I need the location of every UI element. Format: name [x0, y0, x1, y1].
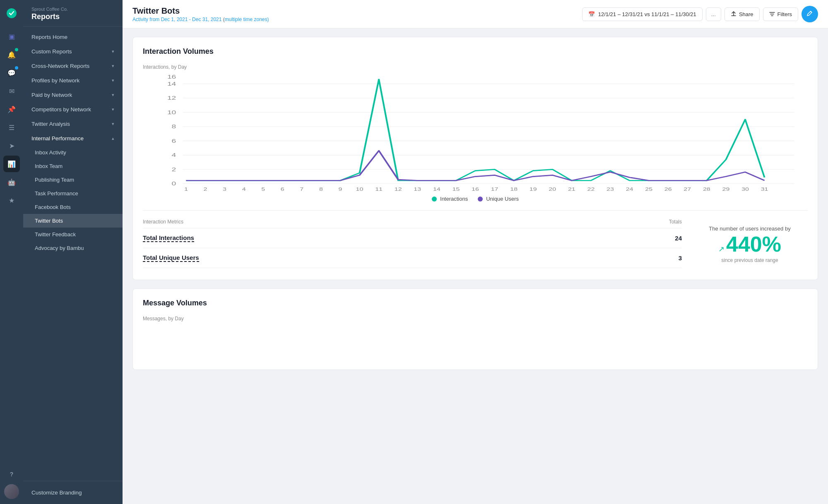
unique-users-dot — [478, 197, 483, 202]
svg-text:26: 26 — [664, 187, 672, 191]
folder-icon-btn[interactable]: ▣ — [3, 28, 20, 45]
svg-text:19: 19 — [530, 187, 537, 191]
svg-text:13: 13 — [414, 187, 421, 191]
svg-text:25: 25 — [645, 187, 652, 191]
chat-icon-btn[interactable]: 💬 — [3, 65, 20, 81]
customize-branding-link[interactable]: Customize Branding — [31, 486, 114, 499]
bot-icon-btn[interactable]: 🤖 — [3, 174, 20, 190]
sidebar-title: Reports — [31, 12, 114, 21]
legend-unique-users: Unique Users — [478, 196, 519, 202]
svg-text:17: 17 — [491, 187, 498, 191]
sidebar-item-competitors-network[interactable]: Competitors by Network ▾ — [23, 102, 123, 117]
svg-text:27: 27 — [684, 187, 691, 191]
sidebar-sub-inbox-activity[interactable]: Inbox Activity — [23, 146, 123, 159]
svg-text:16: 16 — [167, 75, 176, 79]
svg-text:6: 6 — [281, 187, 284, 191]
sidebar-bottom: Customize Branding — [23, 481, 123, 504]
question-icon-btn[interactable]: ? — [3, 466, 20, 482]
send-icon-btn[interactable]: ➤ — [3, 137, 20, 154]
star-icon-btn[interactable]: ★ — [3, 192, 20, 209]
filters-button[interactable]: Filters — [763, 7, 798, 21]
svg-text:30: 30 — [741, 187, 749, 191]
more-button[interactable]: ... — [706, 7, 721, 21]
chevron-down-icon: ▾ — [112, 49, 114, 54]
page-subtitle: Activity from Dec 1, 2021 - Dec 31, 2021… — [132, 17, 269, 22]
chevron-down-icon: ▾ — [112, 92, 114, 98]
icon-bar: ▣ 🔔 💬 ✉ 📌 ☰ ➤ 📊 🤖 ★ — [0, 0, 23, 504]
sidebar-sub-twitter-feedback[interactable]: Twitter Feedback — [23, 228, 123, 241]
main: Twitter Bots Activity from Dec 1, 2021 -… — [123, 0, 828, 504]
icon-bar-top: ▣ 🔔 💬 ✉ 📌 ☰ ➤ 📊 🤖 ★ — [3, 28, 20, 464]
interaction-chart: 0 2 4 6 8 10 12 14 16 1 2 3 4 5 6 — [143, 75, 808, 191]
svg-text:12: 12 — [167, 95, 176, 101]
svg-text:28: 28 — [703, 187, 710, 191]
sidebar-sub-task-performance[interactable]: Task Performance — [23, 187, 123, 200]
svg-text:2: 2 — [172, 166, 176, 172]
svg-text:18: 18 — [510, 187, 518, 191]
svg-text:9: 9 — [339, 187, 342, 191]
chevron-down-icon: ▾ — [112, 78, 114, 83]
date-range-button[interactable]: 📅 12/1/21 – 12/31/21 vs 11/1/21 – 11/30/… — [582, 7, 703, 21]
svg-text:10: 10 — [167, 109, 176, 115]
chevron-down-icon: ▾ — [112, 121, 114, 127]
metrics-section: Interaction Metrics Totals Total Interac… — [143, 210, 808, 270]
sidebar-sub-advocacy-bambu[interactable]: Advocacy by Bambu — [23, 241, 123, 255]
sidebar-item-custom-reports[interactable]: Custom Reports ▾ — [23, 44, 123, 59]
sidebar-sub-publishing-team[interactable]: Publishing Team — [23, 173, 123, 187]
svg-text:23: 23 — [607, 187, 614, 191]
interaction-volumes-title: Interaction Volumes — [143, 47, 808, 56]
calendar-icon: 📅 — [588, 11, 595, 17]
pin-icon-btn[interactable]: 📌 — [3, 101, 20, 118]
sidebar-item-twitter-analysis[interactable]: Twitter Analysis ▾ — [23, 117, 123, 131]
svg-text:22: 22 — [587, 187, 595, 191]
compose-icon — [806, 11, 813, 17]
metric-row-unique-users: Total Unique Users 3 — [143, 248, 682, 268]
svg-text:4: 4 — [242, 187, 246, 191]
svg-text:29: 29 — [722, 187, 730, 191]
metrics-table: Interaction Metrics Totals Total Interac… — [143, 219, 682, 270]
sidebar-sub-facebook-bots[interactable]: Facebook Bots — [23, 200, 123, 214]
svg-text:8: 8 — [319, 187, 323, 191]
bell-icon-btn[interactable]: 🔔 — [3, 46, 20, 63]
topbar: Twitter Bots Activity from Dec 1, 2021 -… — [123, 0, 828, 29]
sidebar-sub-twitter-bots[interactable]: Twitter Bots — [23, 214, 123, 228]
compose-button[interactable] — [802, 6, 818, 22]
page-title: Twitter Bots — [132, 6, 269, 16]
arrow-up-icon: ↗ — [718, 245, 724, 254]
inbox-icon-btn[interactable]: ✉ — [3, 83, 20, 99]
sidebar-header: Sprout Coffee Co. Reports — [23, 0, 123, 26]
filters-icon — [769, 11, 775, 17]
chart-legend: Interactions Unique Users — [143, 196, 808, 202]
chart-icon-btn[interactable]: 📊 — [3, 156, 20, 172]
user-avatar[interactable] — [4, 484, 19, 499]
sidebar-sub-inbox-team[interactable]: Inbox Team — [23, 159, 123, 173]
svg-text:5: 5 — [261, 187, 265, 191]
interaction-volumes-card: Interaction Volumes Interactions, by Day — [132, 37, 818, 280]
legend-interactions: Interactions — [432, 196, 468, 202]
page-title-area: Twitter Bots Activity from Dec 1, 2021 -… — [132, 6, 269, 22]
sidebar-item-reports-home[interactable]: Reports Home — [23, 30, 123, 44]
icon-bar-bottom: ? — [3, 466, 20, 499]
sidebar: Sprout Coffee Co. Reports Reports Home C… — [23, 0, 123, 504]
list-icon-btn[interactable]: ☰ — [3, 119, 20, 136]
interaction-chart-svg: 0 2 4 6 8 10 12 14 16 1 2 3 4 5 6 — [143, 75, 808, 191]
svg-text:16: 16 — [472, 187, 479, 191]
sidebar-item-cross-network[interactable]: Cross-Network Reports ▾ — [23, 59, 123, 73]
svg-text:8: 8 — [172, 123, 176, 129]
sidebar-item-profiles-network[interactable]: Profiles by Network ▾ — [23, 73, 123, 88]
message-chart-placeholder — [143, 326, 808, 360]
metrics-insight: The number of users increased by ↗ 440% … — [692, 219, 808, 270]
logo-area — [3, 5, 20, 22]
svg-text:6: 6 — [172, 138, 176, 144]
share-button[interactable]: Share — [724, 7, 760, 21]
svg-text:2: 2 — [203, 187, 207, 191]
chevron-up-icon: ▴ — [112, 136, 114, 141]
sidebar-item-paid-network[interactable]: Paid by Network ▾ — [23, 88, 123, 102]
topbar-actions: 📅 12/1/21 – 12/31/21 vs 11/1/21 – 11/30/… — [582, 6, 818, 22]
svg-text:11: 11 — [375, 187, 383, 191]
svg-text:12: 12 — [395, 187, 402, 191]
multiple-timezones-link[interactable]: multiple — [225, 17, 242, 22]
sidebar-item-internal-performance[interactable]: Internal Performance ▴ — [23, 131, 123, 146]
sidebar-company: Sprout Coffee Co. — [31, 7, 114, 12]
svg-text:3: 3 — [223, 187, 226, 191]
